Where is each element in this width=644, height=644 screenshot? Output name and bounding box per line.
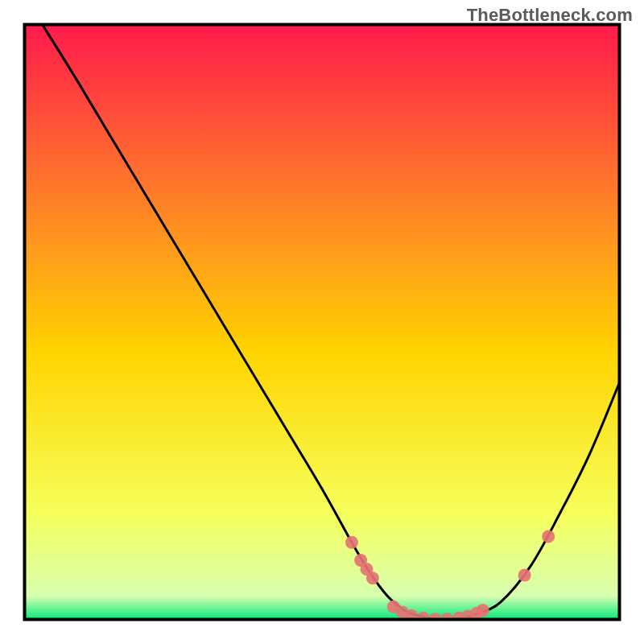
svg-point-16 bbox=[518, 569, 531, 582]
svg-point-5 bbox=[366, 572, 379, 584]
svg-rect-1 bbox=[24, 24, 620, 620]
chart-container: TheBottleneck.com bbox=[0, 0, 644, 644]
bottleneck-chart bbox=[0, 0, 644, 644]
svg-point-15 bbox=[477, 604, 489, 617]
watermark-text: TheBottleneck.com bbox=[467, 5, 633, 26]
svg-point-17 bbox=[542, 530, 555, 543]
svg-point-2 bbox=[345, 536, 358, 549]
